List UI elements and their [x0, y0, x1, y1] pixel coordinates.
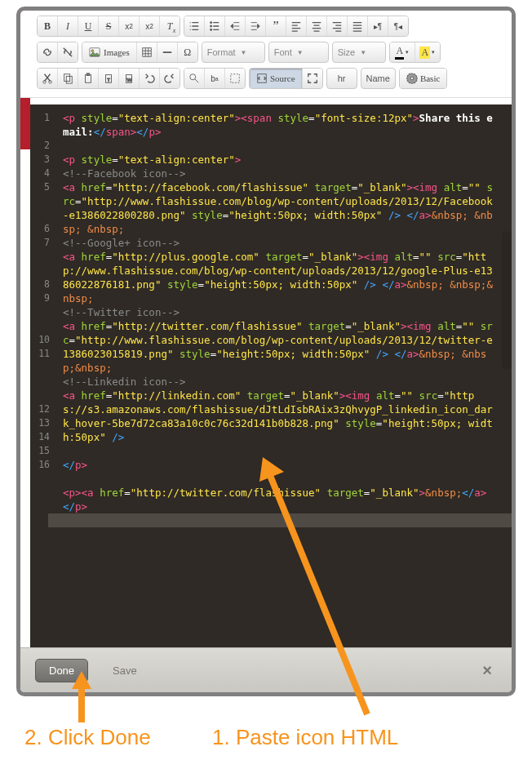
svg-point-1 [211, 25, 212, 27]
svg-rect-10 [86, 75, 91, 83]
select-all-button[interactable] [225, 69, 245, 88]
paste-word-button[interactable]: W [119, 69, 140, 88]
annotation-step1: 1. Paste icon HTML [212, 725, 398, 750]
bold-button[interactable]: B [38, 16, 58, 36]
find-button[interactable] [184, 69, 205, 88]
rtl-button[interactable]: ¶◂ [388, 16, 408, 36]
italic-button[interactable]: I [58, 16, 78, 36]
svg-point-4 [91, 50, 94, 52]
toolbar-row-2: Images Ω Format▼ Font▼ Size▼ A▾ A▾ [37, 42, 507, 63]
scrollbar-thumb[interactable] [502, 231, 512, 370]
strike-button[interactable]: S [99, 16, 119, 36]
basic-button[interactable]: Basic [400, 69, 446, 88]
svg-rect-11 [86, 73, 90, 76]
align-left-button[interactable] [286, 16, 307, 36]
link-button[interactable] [38, 42, 58, 62]
svg-text:T: T [107, 77, 110, 82]
font-dropdown[interactable]: Font▼ [268, 42, 329, 63]
source-editor[interactable]: 1 2 3 4 5 6 7 8 9 10 11 12 13 14 15 16 <… [30, 104, 512, 648]
chevron-down-icon: ▼ [241, 49, 247, 56]
text-color-button[interactable]: A▾ [390, 42, 415, 62]
svg-rect-8 [64, 74, 70, 82]
superscript-button[interactable]: x2 [140, 16, 160, 36]
remove-format-button[interactable]: Tx [160, 16, 180, 36]
annotation-step2: 2. Click Done [24, 725, 151, 750]
basic-label: Basic [420, 73, 440, 83]
subscript-button[interactable]: x2 [119, 16, 140, 36]
replace-button[interactable]: ba [205, 69, 225, 88]
ltr-button[interactable]: ▸¶ [368, 16, 388, 36]
paste-text-button[interactable]: T [99, 69, 119, 88]
bg-color-button[interactable]: A▾ [415, 42, 440, 62]
images-label: Images [104, 47, 130, 57]
line-button[interactable] [157, 42, 178, 62]
chevron-down-icon: ▼ [360, 49, 366, 56]
chevron-down-icon: ▼ [297, 49, 304, 56]
unlink-button[interactable] [58, 42, 78, 62]
paste-button[interactable] [78, 69, 99, 88]
code-body[interactable]: <p style="text-align:center"><span style… [55, 104, 505, 648]
svg-point-2 [211, 29, 212, 30]
toolbar-row-1: B I U S x2 x2 Tx ” ▸¶ ¶◂ [37, 16, 507, 37]
maximize-button[interactable] [303, 69, 322, 88]
svg-point-0 [211, 22, 212, 24]
numbered-list-button[interactable] [184, 16, 205, 36]
source-label: Source [270, 73, 295, 83]
outdent-button[interactable] [225, 16, 246, 36]
editor-dialog: B I U S x2 x2 Tx ” ▸¶ ¶◂ [16, 7, 516, 696]
align-center-button[interactable] [307, 16, 327, 36]
name-button[interactable]: Name [361, 68, 396, 89]
format-dropdown[interactable]: Format▼ [202, 42, 265, 63]
toolbar-row-3: T W ba Source hr Name [37, 68, 507, 89]
hr-button[interactable]: hr [326, 68, 357, 89]
table-button[interactable] [137, 42, 157, 62]
save-button[interactable]: Save [108, 664, 142, 678]
line-gutter: 1 2 3 4 5 6 7 8 9 10 11 12 13 14 15 16 [30, 104, 55, 648]
source-button[interactable]: Source [250, 69, 303, 88]
size-dropdown[interactable]: Size▼ [332, 42, 386, 63]
blockquote-button[interactable]: ” [266, 16, 286, 36]
undo-button[interactable] [140, 69, 160, 88]
underline-button[interactable]: U [78, 16, 99, 36]
indent-button[interactable] [246, 16, 266, 36]
dialog-footer: Done Save × [20, 647, 512, 692]
align-justify-button[interactable] [348, 16, 368, 36]
bullet-list-button[interactable] [205, 16, 225, 36]
close-button[interactable]: × [477, 660, 497, 681]
images-button[interactable]: Images [82, 42, 137, 62]
special-char-button[interactable]: Ω [178, 42, 197, 62]
align-right-button[interactable] [327, 16, 348, 36]
done-button[interactable]: Done [35, 659, 88, 682]
copy-button[interactable] [58, 69, 78, 88]
cut-button[interactable] [38, 69, 58, 88]
svg-rect-5 [143, 48, 152, 57]
toolbar: B I U S x2 x2 Tx ” ▸¶ ¶◂ [20, 11, 512, 98]
redo-button[interactable] [160, 69, 180, 88]
svg-rect-9 [66, 76, 72, 83]
svg-point-19 [410, 77, 414, 80]
svg-point-16 [190, 74, 196, 80]
svg-rect-17 [231, 74, 240, 83]
svg-text:W: W [126, 77, 131, 82]
